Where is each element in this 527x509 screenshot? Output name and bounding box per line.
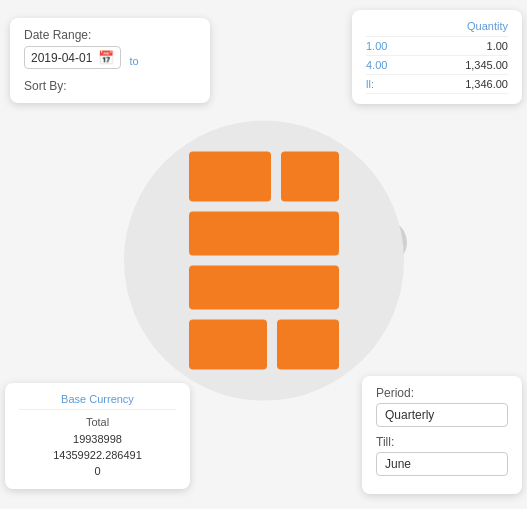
qty-left-3: ll: <box>366 78 374 90</box>
qty-right-2: 1,345.00 <box>465 59 508 71</box>
currency-title: Base Currency <box>19 393 176 410</box>
qty-row-3: ll: 1,346.00 <box>366 75 508 94</box>
icon-block-1 <box>189 151 271 201</box>
period-value[interactable]: Quarterly <box>376 403 508 427</box>
center-circle <box>124 120 404 400</box>
date-input[interactable]: 2019-04-01 📅 <box>24 46 121 69</box>
sort-by-label: Sort By: <box>24 79 196 93</box>
base-currency-card: Base Currency Total 19938998 14359922.28… <box>5 383 190 489</box>
icon-block-3 <box>189 211 339 255</box>
date-to-label: to <box>129 55 138 67</box>
quantity-header: Quantity <box>366 20 508 37</box>
calendar-icon: 📅 <box>98 50 114 65</box>
icon-block-4 <box>189 265 339 309</box>
icon-block-2 <box>281 151 339 201</box>
icon-block-6 <box>277 319 339 369</box>
quantity-card: Quantity 1.00 1.00 4.00 1,345.00 ll: 1,3… <box>352 10 522 104</box>
icon-block-5 <box>189 319 267 369</box>
period-label: Period: <box>376 386 508 400</box>
currency-val-2: 14359922.286491 <box>19 447 176 463</box>
date-value: 2019-04-01 <box>31 51 92 65</box>
currency-val-1: 19938998 <box>19 431 176 447</box>
till-value[interactable]: June <box>376 452 508 476</box>
period-card: Period: Quarterly Till: June <box>362 376 522 494</box>
qty-right-3: 1,346.00 <box>465 78 508 90</box>
qty-row-1: 1.00 1.00 <box>366 37 508 56</box>
qty-row-2: 4.00 1,345.00 <box>366 56 508 75</box>
date-range-card: Date Range: 2019-04-01 📅 to Sort By: <box>10 18 210 103</box>
app-icon <box>189 151 339 369</box>
qty-left-1: 1.00 <box>366 40 387 52</box>
date-range-label: Date Range: <box>24 28 196 42</box>
qty-left-2: 4.00 <box>366 59 387 71</box>
qty-right-1: 1.00 <box>487 40 508 52</box>
currency-col-header: Total <box>19 416 176 428</box>
currency-val-3: 0 <box>19 463 176 479</box>
till-label: Till: <box>376 435 508 449</box>
